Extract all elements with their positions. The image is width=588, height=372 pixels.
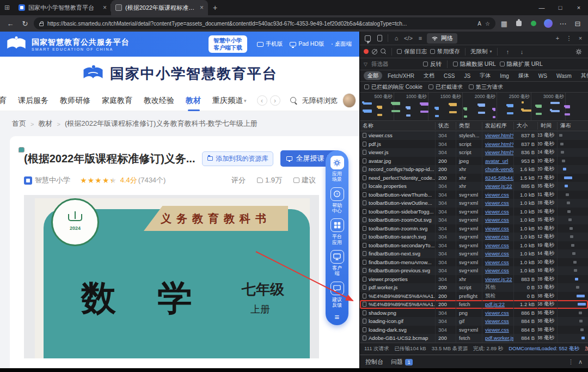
request-row[interactable]: toolbarButton-zoomIn.svg 304 svg+xml vie… [360, 224, 588, 233]
col-type[interactable]: 类型 [456, 122, 482, 130]
request-initiator[interactable]: viewer.js:22 [482, 275, 513, 284]
drawer-collapse-icon[interactable]: ∧ [578, 358, 583, 365]
browser-tab[interactable]: 国家中小学智慧教育平台 × [14, 0, 111, 15]
request-initiator[interactable]: 预检 [482, 292, 513, 301]
search-icon[interactable] [290, 97, 297, 104]
type-filter-pill[interactable]: Wasm [553, 72, 575, 80]
tab-network[interactable]: 网络 [427, 33, 457, 44]
request-initiator[interactable]: viewer.html?file=... [482, 131, 513, 140]
platform-link[interactable]: 桌面端 [332, 40, 352, 48]
devtools-close-icon[interactable]: × [575, 33, 586, 43]
favorites-star-icon[interactable]: ☆ [485, 21, 490, 27]
request-initiator[interactable]: pdf.js:22 [482, 300, 513, 309]
request-initiator[interactable]: viewer.css [482, 224, 513, 233]
request-row[interactable]: toolbarButton-zoomOut.svg 304 svg+xml vi… [360, 216, 588, 224]
drawer-more-icon[interactable]: ⋮ [568, 358, 574, 365]
sidebar-toggle-icon[interactable]: ⊟ [572, 17, 584, 29]
network-settings-gear-icon[interactable] [573, 47, 584, 57]
toolbar-item[interactable]: 平台应用 [330, 218, 344, 245]
condition-checkbox[interactable]: 已拦截请求 [428, 83, 463, 91]
col-time[interactable]: 时间 [537, 122, 557, 130]
suggest-action[interactable]: 建议 [293, 175, 316, 185]
throttling-select[interactable]: 无限制▾ [470, 48, 492, 56]
nav-item[interactable]: 教材 [186, 96, 202, 106]
nav-item[interactable]: 教改经验 [144, 96, 175, 106]
request-initiator[interactable]: viewer.css [482, 317, 513, 326]
type-filter-pill[interactable]: 字体 [476, 71, 494, 80]
profile-avatar[interactable] [542, 17, 554, 29]
request-row[interactable]: locale.properties 304 xhr viewer.js:22 8… [360, 182, 588, 191]
request-row[interactable]: toolbarButton-secondaryTo... 304 svg+xml… [360, 241, 588, 250]
col-initiator[interactable]: 发起程序 [482, 122, 513, 130]
request-initiator[interactable]: viewer.css [482, 266, 513, 275]
platform-link[interactable]: Pad HD版 [290, 40, 324, 48]
request-initiator[interactable]: viewer.css [482, 249, 513, 258]
request-initiator[interactable]: viewer.html?file=... [482, 140, 513, 149]
col-size[interactable]: 大小 [513, 122, 537, 130]
type-filter-pill[interactable]: WS [535, 72, 551, 80]
read-aloud-icon[interactable]: A [477, 21, 481, 27]
request-initiator[interactable]: chunk-vendors-... [482, 165, 513, 174]
request-row[interactable]: shadow.png 304 png viewer.css 886 B 36 毫… [360, 309, 588, 318]
inspect-element-icon[interactable] [362, 33, 373, 43]
tab-elements-icon[interactable]: </> [403, 33, 414, 43]
device-toolbar-icon[interactable] [374, 33, 385, 43]
request-row[interactable]: loading-icon.gif 304 gif viewer.css 884 … [360, 317, 588, 326]
request-row[interactable]: viewer.css 304 stylesh... viewer.html?fi… [360, 131, 588, 140]
request-initiator[interactable]: 8245-58b4421... [482, 174, 513, 182]
breadcrumb-item[interactable]: 教材 [38, 119, 64, 129]
request-row[interactable]: findbarButton-menuArrow... 304 svg+xml v… [360, 258, 588, 267]
address-bar[interactable]: https://basic.smartedu.cn/tchMaterial/de… [34, 17, 495, 29]
type-filter-pill[interactable]: Fetch/XHR [384, 72, 418, 80]
request-initiator[interactable]: viewer.css [482, 199, 513, 208]
request-row[interactable]: record_configs?sdp-app-id... 200 xhr chu… [360, 165, 588, 174]
disable-cache-checkbox[interactable]: 禁用缓存 [430, 48, 460, 56]
request-initiator[interactable]: viewer.css [482, 216, 513, 224]
funnel-icon[interactable]: ▽ [364, 62, 367, 67]
type-filter-pill[interactable]: 其他 [577, 71, 588, 80]
extension-adblock-icon[interactable] [528, 17, 540, 29]
request-row[interactable]: toolbarButton-search.svg 304 svg+xml vie… [360, 233, 588, 241]
devtools-more-icon[interactable]: ⋮ [564, 33, 574, 43]
rate-action[interactable]: 评分 [231, 175, 246, 185]
request-row[interactable]: need_perfect?identity_code... 200 xhr 82… [360, 174, 588, 182]
hamburger-icon[interactable]: ≡ [335, 313, 340, 321]
request-initiator[interactable]: viewer.css [482, 258, 513, 267]
request-initiator[interactable]: viewer.css [482, 208, 513, 216]
type-filter-pill[interactable]: 全部 [364, 71, 382, 80]
drawer-tab-console[interactable]: 控制台 [365, 358, 383, 366]
type-filter-pill[interactable]: 媒体 [514, 71, 533, 80]
request-initiator[interactable]: viewer.html?file=... [482, 148, 513, 157]
request-initiator[interactable]: 其他 [482, 283, 513, 292]
collections-icon[interactable]: ▦ [498, 17, 510, 29]
request-initiator[interactable]: viewer.css [482, 191, 513, 199]
like-action[interactable]: 1.9万 [257, 175, 282, 185]
request-initiator[interactable]: viewer.css [482, 233, 513, 241]
request-row[interactable]: viewer.js 304 script viewer.html?file=..… [360, 148, 588, 157]
tab-close-icon[interactable]: × [199, 4, 205, 11]
type-filter-pill[interactable]: Img [496, 72, 513, 80]
back-icon[interactable]: ← [4, 17, 16, 29]
book-cover[interactable]: 义务教育教科书 数 学 七年级 上册 2024 [35, 198, 310, 358]
request-row[interactable]: pdf.js 304 script viewer.html?file=... 8… [360, 140, 588, 149]
col-name[interactable]: 名称 [360, 122, 435, 130]
clear-icon[interactable] [372, 49, 377, 54]
maximize-button[interactable]: □ [551, 0, 569, 15]
condition-checkbox[interactable]: 第三方请求 [469, 83, 503, 91]
nav-item[interactable]: 家庭教育 [102, 96, 133, 106]
nav-item[interactable]: 重庆频道 ▾ [212, 96, 247, 106]
nav-item[interactable]: 教师研修 [60, 96, 91, 106]
add-panel-icon[interactable]: + [552, 33, 563, 43]
export-har-icon[interactable]: ↓ [517, 47, 528, 57]
toolbar-item[interactable]: 客户端 [330, 250, 344, 277]
hide-data-urls-checkbox[interactable]: 隐藏数据 URL [453, 60, 496, 68]
request-row[interactable]: Adobe-GB1-UCS2.bcmap 200 fetch pdf.worke… [360, 334, 588, 343]
toolbar-item[interactable]: 应用场景 [330, 156, 344, 182]
request-row[interactable]: loading-dark.svg 304 svg+xml viewer.css … [360, 326, 588, 334]
condition-checkbox[interactable]: 已拦截的响应 Cookie [364, 83, 422, 91]
tab-close-icon[interactable]: × [102, 4, 108, 11]
preserve-log-checkbox[interactable]: 保留日志 [397, 48, 427, 56]
refresh-icon[interactable]: ↻ [19, 17, 31, 29]
col-status[interactable]: 状态 [435, 122, 456, 130]
toolbar-item[interactable]: ? 帮助中心 [330, 187, 344, 214]
